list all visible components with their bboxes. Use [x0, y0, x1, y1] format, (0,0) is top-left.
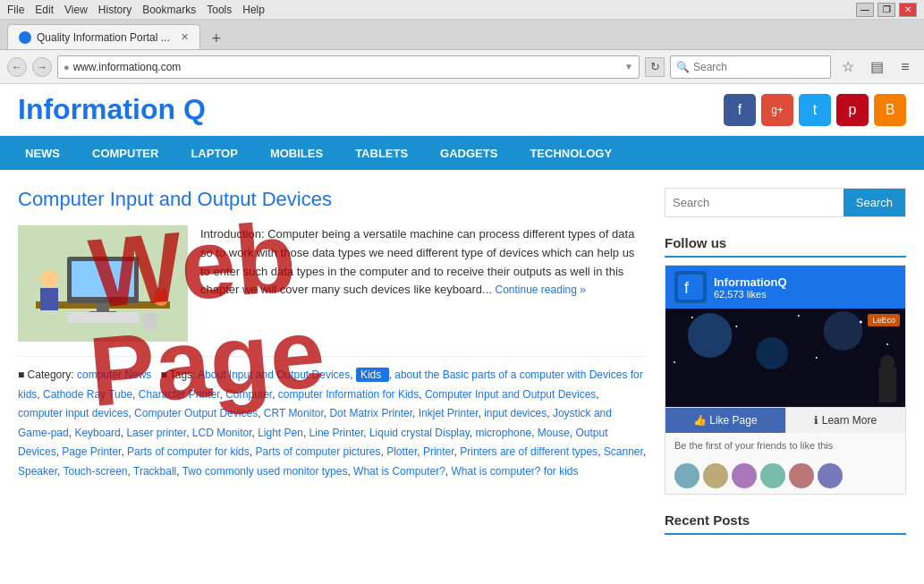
url-input[interactable]	[73, 61, 621, 73]
browser-search-box[interactable]: 🔍	[670, 55, 831, 79]
tag-plotter[interactable]: Plotter	[386, 445, 417, 458]
nav-mobiles[interactable]: MOBILES	[254, 136, 339, 170]
tag-touchscreen[interactable]: Touch-screen	[64, 465, 128, 478]
svg-rect-26	[878, 367, 896, 402]
category-news-link[interactable]: News	[124, 368, 151, 381]
tag-lcd-full[interactable]: Liquid crystal Display	[369, 427, 470, 439]
tag-crt[interactable]: Cathode Ray Tube	[43, 388, 132, 401]
address-dropdown-icon[interactable]: ▼	[624, 62, 633, 72]
menu-icon[interactable]: ≡	[894, 55, 917, 79]
tag-speaker[interactable]: Speaker	[18, 465, 57, 478]
tag-parts-kids[interactable]: Parts of computer for kids	[127, 445, 250, 458]
svg-point-10	[154, 292, 168, 306]
tag-input-devices[interactable]: computer input devices	[18, 407, 128, 419]
tag-inkjet[interactable]: Inkjet Printer	[419, 407, 479, 419]
svg-point-21	[798, 315, 800, 317]
browser-menu[interactable]: File Edit View History Bookmarks Tools H…	[7, 4, 265, 16]
tag-mouse[interactable]: Mouse	[538, 427, 570, 439]
logo-text: Information	[18, 93, 183, 125]
bookmark-star-icon[interactable]: ☆	[836, 55, 860, 79]
nav-news[interactable]: NEWS	[9, 136, 76, 170]
menu-tools[interactable]: Tools	[207, 4, 232, 16]
menu-history[interactable]: History	[98, 4, 131, 16]
tag-microphone[interactable]: microphone	[475, 427, 531, 439]
forward-button[interactable]: →	[32, 57, 52, 77]
tag-scanner[interactable]: Scanner	[604, 445, 643, 458]
tag-parts-pics[interactable]: Parts of computer pictures	[255, 445, 380, 458]
tag-output-devices-full[interactable]: Computer Output Devices	[134, 407, 258, 419]
nav-technology[interactable]: TECHNOLOGY	[513, 136, 628, 170]
facebook-social-icon[interactable]: f	[724, 94, 756, 126]
fb-like-button[interactable]: 👍 Like Page	[665, 408, 785, 433]
continue-reading-link[interactable]: Continue reading »	[496, 284, 586, 296]
back-button[interactable]: ←	[7, 57, 27, 77]
active-tab[interactable]: Quality Information Portal ... ✕	[7, 24, 200, 49]
menu-edit[interactable]: Edit	[35, 4, 54, 16]
tag-laser[interactable]: Laser printer	[126, 427, 186, 439]
tag-page-printer[interactable]: Page Printer	[62, 445, 121, 458]
svg-point-8	[40, 270, 58, 288]
blogger-social-icon[interactable]: B	[874, 94, 906, 126]
maximize-button[interactable]: ❐	[877, 3, 895, 17]
tag-printers-types[interactable]: Printers are of different types	[460, 445, 598, 458]
category-value-link[interactable]: computer	[77, 368, 122, 381]
twitter-social-icon[interactable]: t	[799, 94, 831, 126]
tab-close-button[interactable]: ✕	[181, 31, 189, 43]
article-image	[18, 225, 188, 342]
reader-mode-icon[interactable]: ▤	[865, 55, 888, 79]
fb-likes-count: 62,573 likes	[714, 289, 787, 300]
window-controls[interactable]: — ❐ ✕	[856, 3, 917, 17]
tag-trackball[interactable]: Trackball	[133, 465, 176, 478]
tag-keyboard[interactable]: Keyboard	[74, 427, 120, 439]
nav-laptop[interactable]: LAPTOP	[174, 136, 254, 170]
svg-point-24	[674, 361, 675, 363]
tag-crt-monitor[interactable]: CRT Monitor	[264, 407, 324, 419]
website-content: Information Q f g+ t p B NEWS COMPUTER L…	[0, 84, 924, 562]
tag-computer[interactable]: Computer	[225, 388, 272, 401]
tag-lcd[interactable]: LCD Monitor	[192, 427, 252, 439]
refresh-button[interactable]: ↻	[645, 57, 665, 77]
nav-computer[interactable]: COMPUTER	[76, 136, 174, 170]
tag-printer[interactable]: Printer	[423, 445, 454, 458]
category-label: Category:	[28, 368, 74, 381]
sidebar-search-button[interactable]: Search	[843, 189, 905, 216]
tag-info-kids[interactable]: computer Information for Kids	[278, 388, 419, 401]
address-bar[interactable]: ● ▼	[57, 55, 640, 79]
tag-what-computer-kids[interactable]: What is computer? for kids	[451, 465, 578, 478]
fb-widget-footer: 👍 Like Page ℹ Learn More	[665, 407, 905, 433]
tag-what-computer[interactable]: What is Computer?	[353, 465, 445, 478]
tag-about-input[interactable]: About Input and Output Devices	[198, 368, 350, 381]
friend-avatar-4	[760, 463, 785, 488]
menu-bookmarks[interactable]: Bookmarks	[142, 4, 196, 16]
site-nav: NEWS COMPUTER LAPTOP MOBILES TABLETS GAD…	[0, 136, 924, 170]
svg-point-20	[735, 326, 737, 327]
pinterest-social-icon[interactable]: p	[836, 94, 869, 126]
sidebar-search-input[interactable]	[665, 189, 843, 216]
tag-input-output[interactable]: Computer Input and Output Devices	[425, 388, 596, 401]
sidebar-search-box[interactable]: Search	[665, 188, 906, 217]
tag-input-dev[interactable]: input devices	[484, 407, 547, 419]
sidebar: Search Follow us f InformationQ 62,573 l…	[665, 188, 906, 544]
browser-search-input[interactable]	[693, 61, 801, 73]
google-plus-social-icon[interactable]: g+	[761, 94, 793, 126]
search-icon: 🔍	[676, 61, 690, 73]
tag-kids-highlight[interactable]: Kids	[356, 368, 389, 382]
nav-tablets[interactable]: TABLETS	[339, 136, 424, 170]
tag-light-pen[interactable]: Light Pen	[258, 427, 303, 439]
tag-line-printer[interactable]: Line Printer	[309, 427, 364, 439]
tag-monitor-types[interactable]: Two commonly used monitor types	[182, 465, 348, 478]
menu-file[interactable]: File	[7, 4, 24, 16]
nav-gadgets[interactable]: GADGETS	[424, 136, 513, 170]
new-tab-button[interactable]: +	[206, 28, 227, 49]
article-image-inner	[18, 225, 188, 342]
menu-help[interactable]: Help	[242, 4, 265, 16]
menu-view[interactable]: View	[64, 4, 88, 16]
tag-dot-matrix[interactable]: Dot Matrix Printer	[329, 407, 412, 419]
fb-learn-more-button[interactable]: ℹ Learn More	[785, 408, 906, 433]
svg-point-23	[886, 343, 888, 345]
fb-friends-row: Be the first of your friends to like thi…	[665, 433, 905, 458]
close-button[interactable]: ✕	[899, 3, 917, 17]
tag-char-printer[interactable]: Character Printer	[139, 388, 220, 401]
svg-point-17	[756, 337, 788, 369]
minimize-button[interactable]: —	[856, 3, 874, 17]
